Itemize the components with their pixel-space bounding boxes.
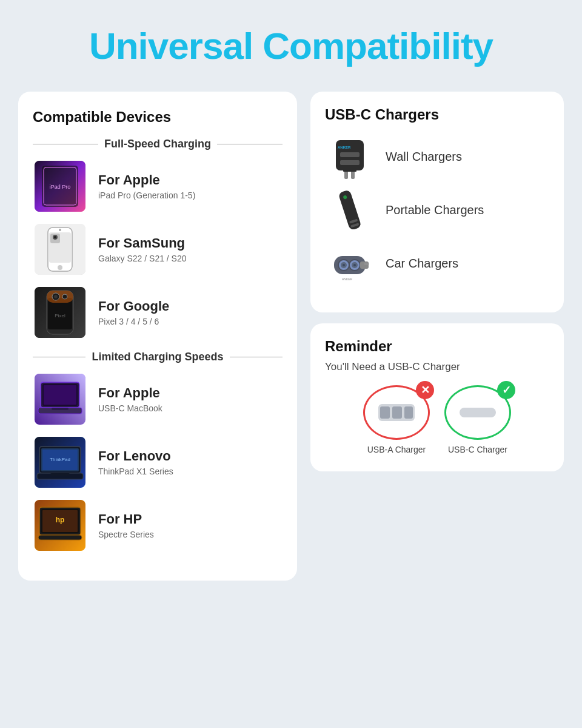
device-row-google: Pixel For Google Pixel 3 / 4 / 5 / 6 xyxy=(33,285,283,340)
svg-text:ANKER: ANKER xyxy=(338,146,351,149)
car-charger-row: ANKER Car Chargers xyxy=(325,242,549,285)
hp-image: hp xyxy=(33,498,87,553)
limited-speed-divider: Limited Charging Speeds xyxy=(33,351,283,363)
hp-device-info: For HP Spectre Series xyxy=(98,511,154,539)
car-charger-image: ANKER xyxy=(325,242,373,285)
divider-line-right xyxy=(217,144,283,145)
right-column: USB-C Chargers ANKER xyxy=(310,92,564,471)
usbc-chargers-panel: USB-C Chargers ANKER xyxy=(310,92,564,312)
divider-line-left xyxy=(33,144,98,145)
portable-charger-name: Portable Chargers xyxy=(386,203,484,217)
usba-charger-circle: ✕ xyxy=(363,385,430,440)
google-image: Pixel xyxy=(33,285,87,340)
svg-rect-41 xyxy=(340,152,360,157)
svg-point-53 xyxy=(343,264,345,266)
usba-label: USB-A Charger xyxy=(367,445,426,454)
lenovo-image: ThinkPad xyxy=(33,435,87,490)
svg-point-7 xyxy=(58,265,62,270)
svg-point-11 xyxy=(54,236,56,238)
svg-rect-61 xyxy=(380,406,390,419)
wall-charger-image: ANKER xyxy=(325,135,373,178)
lenovo-device-sub: ThinkPad X1 Series xyxy=(98,467,173,476)
hp-device-sub: Spectre Series xyxy=(98,530,154,539)
svg-rect-38 xyxy=(38,535,82,540)
apple-device-name: For Apple xyxy=(98,172,195,188)
google-device-info: For Google Pixel 3 / 4 / 5 / 6 xyxy=(98,298,169,326)
car-charger-name: Car Chargers xyxy=(386,257,458,271)
device-row-samsung: For SamSung Galaxy S22 / S21 / S20 xyxy=(33,222,283,277)
svg-rect-62 xyxy=(392,406,402,419)
samsung-device-name: For SamSung xyxy=(98,235,187,251)
device-row-apple-full: iPad Pro For Apple iPad Pro (Generation … xyxy=(33,159,283,214)
svg-text:iPad Pro: iPad Pro xyxy=(50,184,71,190)
svg-rect-15 xyxy=(47,291,73,303)
compatible-devices-panel: Compatible Devices Full-Speed Charging xyxy=(18,92,297,581)
usbc-charger-circle: ✓ xyxy=(444,385,511,440)
usbc-charger-option: ✓ USB-C Charger xyxy=(444,385,511,454)
svg-rect-32 xyxy=(50,473,70,476)
apple-device-sub: iPad Pro (Generation 1-5) xyxy=(98,190,195,200)
svg-rect-44 xyxy=(351,170,355,179)
macbook-image xyxy=(33,372,87,426)
apple-ipad-image: iPad Pro xyxy=(33,159,87,214)
svg-text:ThinkPad: ThinkPad xyxy=(50,457,70,462)
macbook-device-sub: USB-C MacBook xyxy=(98,403,162,413)
divider-line-right2 xyxy=(230,357,283,358)
samsung-image xyxy=(33,222,87,277)
svg-text:hp: hp xyxy=(56,516,65,524)
device-row-lenovo: ThinkPad For Lenovo ThinkPad X1 Series xyxy=(33,435,283,490)
google-device-sub: Pixel 3 / 4 / 5 / 6 xyxy=(98,317,169,326)
samsung-device-info: For SamSung Galaxy S22 / S21 / S20 xyxy=(98,235,187,263)
svg-rect-45 xyxy=(343,169,356,172)
svg-rect-43 xyxy=(344,170,348,179)
svg-point-17 xyxy=(54,295,58,298)
apple-device-info: For Apple iPad Pro (Generation 1-5) xyxy=(98,172,195,200)
google-device-name: For Google xyxy=(98,298,169,314)
charger-comparison: ✕ USB-A Charger ✓ xyxy=(325,385,549,454)
macbook-device-name: For Apple xyxy=(98,385,162,401)
svg-point-8 xyxy=(59,229,61,231)
usba-charger-option: ✕ USB-A Charger xyxy=(363,385,430,454)
device-row-apple-limited: For Apple USB-C MacBook xyxy=(33,372,283,426)
device-row-hp: hp For HP Spectre Series xyxy=(33,498,283,553)
svg-rect-23 xyxy=(44,385,76,405)
usbc-panel-title: USB-C Chargers xyxy=(325,106,549,123)
svg-rect-64 xyxy=(460,408,496,417)
full-speed-label: Full-Speed Charging xyxy=(104,138,211,150)
page-title: Universal Compatibility xyxy=(89,24,493,67)
reminder-subtitle: You'll Need a USB-C Charger xyxy=(325,361,549,373)
svg-text:ANKER: ANKER xyxy=(342,277,353,281)
svg-point-18 xyxy=(62,294,67,299)
hp-device-name: For HP xyxy=(98,511,154,527)
svg-point-56 xyxy=(353,264,356,266)
svg-rect-42 xyxy=(340,160,360,165)
main-layout: Compatible Devices Full-Speed Charging xyxy=(18,92,564,581)
samsung-device-sub: Galaxy S22 / S21 / S20 xyxy=(98,254,187,263)
divider-line-left2 xyxy=(33,357,85,358)
lenovo-device-info: For Lenovo ThinkPad X1 Series xyxy=(98,448,173,476)
lenovo-device-name: For Lenovo xyxy=(98,448,173,464)
portable-charger-image xyxy=(325,189,373,231)
svg-rect-58 xyxy=(364,263,369,265)
portable-charger-row: Portable Chargers xyxy=(325,189,549,231)
good-badge: ✓ xyxy=(497,381,515,399)
svg-rect-25 xyxy=(52,408,69,410)
reminder-title: Reminder xyxy=(325,338,549,355)
macbook-device-info: For Apple USB-C MacBook xyxy=(98,385,162,413)
svg-text:Pixel: Pixel xyxy=(55,313,65,318)
usbc-label: USB-C Charger xyxy=(448,445,507,454)
limited-speed-label: Limited Charging Speeds xyxy=(92,351,223,363)
left-panel-title: Compatible Devices xyxy=(33,109,283,126)
svg-rect-63 xyxy=(404,406,413,419)
full-speed-divider: Full-Speed Charging xyxy=(33,138,283,150)
bad-badge: ✕ xyxy=(416,381,434,399)
wall-charger-row: ANKER Wall Chargers xyxy=(325,135,549,178)
reminder-panel: Reminder You'll Need a USB-C Charger ✕ xyxy=(310,323,564,471)
wall-charger-name: Wall Chargers xyxy=(386,150,462,164)
